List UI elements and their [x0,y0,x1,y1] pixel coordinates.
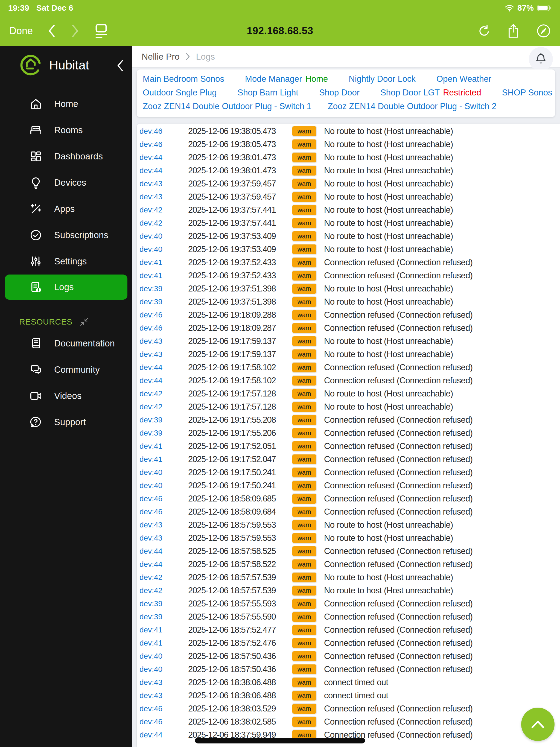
device-link[interactable]: dev:44 [139,376,188,385]
log-timestamp: 2025-12-06 19:38:01.473 [188,153,292,162]
device-link[interactable]: dev:44 [139,547,188,556]
device-link[interactable]: dev:39 [139,284,188,293]
sidebar-collapse-icon[interactable] [116,59,125,71]
sidebar-item-logs[interactable]: Logs [5,275,127,300]
log-filter-item[interactable]: Shop Barn Light [238,88,298,98]
device-link[interactable]: dev:43 [139,521,188,530]
device-link[interactable]: dev:46 [139,311,188,319]
refresh-icon[interactable] [478,25,490,37]
done-button[interactable]: Done [9,25,33,36]
device-link[interactable]: dev:40 [139,245,188,254]
device-link[interactable]: dev:43 [139,192,188,201]
log-filter-item[interactable]: SHOP Sonos [502,88,552,98]
back-icon[interactable] [47,24,56,37]
device-link[interactable]: dev:42 [139,206,188,214]
log-filter-item[interactable]: Shop Door LGT Restricted [380,88,481,98]
device-link[interactable]: dev:44 [139,560,188,569]
log-filter-item[interactable]: Zooz ZEN14 Double Outdoor Plug - Switch … [143,101,311,111]
log-filter-item[interactable]: Mode Manager Home [245,74,328,84]
url-field[interactable]: 192.168.68.53 [247,25,313,36]
log-filter-item[interactable]: Outdoor Sngle Plug [143,88,217,98]
breadcrumb-hub-name[interactable]: Nellie Pro [142,52,180,62]
device-link[interactable]: dev:40 [139,665,188,674]
device-link[interactable]: dev:42 [139,219,188,228]
device-link[interactable]: dev:41 [139,258,188,267]
filter-link[interactable]: Zooz ZEN14 Double Outdoor Plug - Switch … [143,101,311,111]
device-link[interactable]: dev:40 [139,232,188,241]
sidebar-item-home[interactable]: Home [0,91,132,117]
device-link[interactable]: dev:42 [139,389,188,398]
device-link[interactable]: dev:41 [139,455,188,464]
device-link[interactable]: dev:42 [139,586,188,595]
device-link[interactable]: dev:43 [139,350,188,359]
device-link[interactable]: dev:41 [139,442,188,450]
filter-link[interactable]: Nightly Door Lock [349,74,416,84]
collapse-resources-icon[interactable] [80,317,89,327]
sidebar-item-videos[interactable]: Videos [0,383,132,409]
device-link[interactable]: dev:39 [139,613,188,621]
log-timestamp: 2025-12-06 18:58:09.684 [188,507,292,517]
filter-link[interactable]: Main Bedroom Sonos [143,74,224,84]
device-link[interactable]: dev:43 [139,337,188,345]
filter-link[interactable]: Outdoor Sngle Plug [143,88,217,98]
sidebar-item-settings[interactable]: Settings [0,248,132,275]
sidebar-item-dashboards[interactable]: Dashboards [0,143,132,170]
log-message: Connection refused (Connection refused) [320,625,560,635]
device-link[interactable]: dev:39 [139,599,188,608]
share-icon[interactable] [507,23,519,38]
device-link[interactable]: dev:41 [139,271,188,280]
device-link[interactable]: dev:46 [139,718,188,726]
sidebar-toggle-icon[interactable] [94,23,108,39]
device-link[interactable]: dev:46 [139,140,188,149]
log-filter-item[interactable]: Shop Door [319,88,360,98]
forward-icon[interactable] [71,24,80,37]
log-timestamp: 2025-12-06 19:17:58.102 [188,363,292,372]
device-link[interactable]: dev:46 [139,508,188,516]
log-filter-item[interactable]: Nightly Door Lock [349,74,416,84]
device-link[interactable]: dev:39 [139,429,188,437]
device-link[interactable]: dev:43 [139,691,188,700]
log-filter-item[interactable]: Zooz ZEN14 Double Outdoor Plug - Switch … [328,101,497,111]
filter-link[interactable]: SHOP Sonos [502,88,552,98]
device-link[interactable]: dev:40 [139,652,188,661]
sidebar-item-rooms[interactable]: Rooms [0,117,132,143]
device-link[interactable]: dev:43 [139,179,188,188]
device-link[interactable]: dev:41 [139,626,188,634]
device-link[interactable]: dev:39 [139,416,188,424]
device-link[interactable]: dev:42 [139,403,188,411]
device-link[interactable]: dev:42 [139,573,188,582]
device-link[interactable]: dev:40 [139,468,188,477]
device-link[interactable]: dev:44 [139,153,188,162]
device-link[interactable]: dev:46 [139,704,188,713]
sidebar-item-community[interactable]: Community [0,357,132,383]
sidebar-item-support[interactable]: Support [0,409,132,435]
device-link[interactable]: dev:46 [139,494,188,503]
device-link[interactable]: dev:46 [139,127,188,136]
filter-link[interactable]: Mode Manager [245,74,302,84]
device-link[interactable]: dev:44 [139,730,188,739]
sidebar-item-devices[interactable]: Devices [0,170,132,196]
filter-link[interactable]: Open Weather [436,74,491,84]
compass-icon[interactable] [536,24,551,38]
device-link[interactable]: dev:43 [139,678,188,687]
notifications-button[interactable] [529,47,553,71]
device-link[interactable]: dev:43 [139,534,188,542]
device-link[interactable]: dev:41 [139,639,188,647]
log-timestamp: 2025-12-06 18:38:02.585 [188,717,292,727]
sidebar-item-documentation[interactable]: Documentation [0,330,132,357]
filter-link[interactable]: Shop Barn Light [238,88,298,98]
log-filter-item[interactable]: Open Weather [436,74,491,84]
log-row: dev:46 2025-12-06 19:38:05.473 warn No r… [137,138,560,151]
filter-link[interactable]: Shop Door [319,88,360,98]
scroll-to-top-button[interactable] [521,707,555,741]
device-link[interactable]: dev:39 [139,298,188,306]
device-link[interactable]: dev:44 [139,166,188,175]
device-link[interactable]: dev:44 [139,363,188,372]
filter-link[interactable]: Shop Door LGT [380,88,440,98]
log-filter-item[interactable]: Main Bedroom Sonos [143,74,224,84]
device-link[interactable]: dev:46 [139,324,188,333]
filter-link[interactable]: Zooz ZEN14 Double Outdoor Plug - Switch … [328,101,497,111]
device-link[interactable]: dev:40 [139,481,188,490]
sidebar-item-apps[interactable]: Apps [0,196,132,222]
sidebar-item-subscriptions[interactable]: Subscriptions [0,222,132,248]
